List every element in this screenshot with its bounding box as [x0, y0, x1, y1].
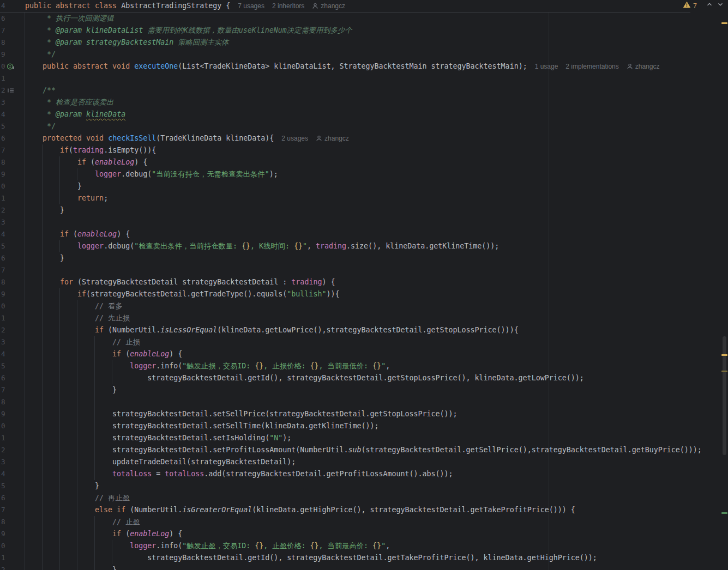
line-number[interactable]: 9 — [1, 528, 8, 540]
error-stripe-mark[interactable] — [721, 512, 727, 514]
code-text[interactable]: if (NumberUtil.isLessOrEqual(klineData.g… — [25, 324, 519, 336]
code-line[interactable]: 8 for (StrategyBacktestDetail strategyBa… — [0, 276, 728, 288]
line-number[interactable]: 4 — [1, 0, 8, 12]
warning-triangle-icon[interactable] — [683, 0, 691, 12]
code-line[interactable]: 6 * 执行一次回测逻辑 — [0, 13, 728, 25]
code-text[interactable]: /** — [25, 84, 56, 96]
code-text[interactable]: if (enableLog) { — [25, 156, 147, 168]
line-number[interactable]: 7 — [1, 504, 8, 516]
usages-inlay-hint[interactable]: 2 usages — [281, 132, 308, 144]
code-line[interactable]: 1 — [0, 72, 728, 84]
line-number[interactable]: 8 — [1, 516, 8, 528]
code-line[interactable]: 5 logger.info("触发止损，交易ID: {}, 止损价格: {}, … — [0, 360, 728, 372]
usages-inlay-hint[interactable]: 7 usages — [238, 0, 264, 12]
code-text[interactable]: } — [25, 180, 82, 192]
author-inlay-hint[interactable]: zhangcz — [316, 132, 349, 144]
code-text[interactable]: * 执行一次回测逻辑 — [25, 13, 113, 25]
code-line[interactable]: 1 strategyBacktestDetail.setIsHolding("N… — [0, 432, 728, 444]
code-text[interactable]: if(strategyBacktestDetail.getTradeType()… — [25, 288, 339, 300]
code-text[interactable]: } — [25, 480, 99, 492]
line-number[interactable]: 3 — [1, 336, 8, 348]
line-number[interactable]: 8 — [1, 156, 8, 168]
code-text[interactable]: */ — [25, 48, 56, 60]
line-number[interactable]: 8 — [1, 37, 8, 48]
line-number[interactable]: 9 — [1, 168, 8, 180]
code-line[interactable]: 9 */ — [0, 48, 728, 60]
code-line[interactable]: 7 if(trading.isEmpty()){ — [0, 144, 728, 156]
line-number[interactable]: 9 — [1, 288, 8, 300]
error-stripe-mark[interactable] — [721, 22, 727, 24]
code-line[interactable]: 6 strategyBacktestDetail.getId(), strate… — [0, 372, 728, 384]
code-line[interactable]: 7 } — [0, 384, 728, 396]
line-number[interactable]: 7 — [1, 264, 8, 276]
line-number[interactable]: 0 — [1, 300, 8, 312]
code-text[interactable]: // 看多 — [25, 300, 123, 312]
line-number[interactable]: 4 — [1, 228, 8, 240]
code-line[interactable]: 3 — [0, 216, 728, 228]
line-number[interactable]: 2 — [1, 564, 8, 570]
code-line[interactable]: 0 public abstract void executeOne(List<T… — [0, 60, 728, 72]
code-text[interactable]: } — [25, 252, 64, 264]
code-line[interactable]: 3 // 止损 — [0, 336, 728, 348]
line-number[interactable]: 0 — [1, 420, 8, 432]
code-line[interactable]: 2 } — [0, 204, 728, 216]
code-text[interactable]: else if (NumberUtil.isGreaterOrEqual(kli… — [25, 504, 575, 516]
code-text[interactable]: // 止盈 — [25, 516, 140, 528]
line-number[interactable]: 6 — [1, 132, 8, 144]
code-line[interactable]: 6 // 再止盈 — [0, 492, 728, 504]
code-text[interactable]: // 再止盈 — [25, 492, 130, 504]
code-text[interactable]: updateTradeDetail(strategyBacktestDetail… — [25, 456, 296, 468]
code-text[interactable]: public abstract void executeOne(List<Tra… — [25, 60, 659, 72]
code-text[interactable]: for (StrategyBacktestDetail strategyBack… — [25, 276, 335, 288]
code-line[interactable]: 0 // 看多 — [0, 300, 728, 312]
code-line[interactable]: 4 if (enableLog) { — [0, 228, 728, 240]
line-number[interactable]: 5 — [1, 240, 8, 252]
code-line[interactable]: 9 logger.debug("当前没有持仓，无需检查卖出条件"); — [0, 168, 728, 180]
line-number[interactable]: 6 — [1, 252, 8, 264]
implemented-by-icon[interactable] — [7, 62, 15, 71]
line-number[interactable]: 4 — [1, 108, 8, 120]
error-stripe-mark[interactable] — [721, 354, 727, 356]
code-text[interactable]: if (enableLog) { — [25, 228, 130, 240]
line-number[interactable]: 5 — [1, 480, 8, 492]
code-text[interactable]: * 检查是否应该卖出 — [25, 96, 113, 108]
code-line[interactable]: 2 /** — [0, 84, 728, 96]
line-number[interactable]: 1 — [1, 432, 8, 444]
error-stripe[interactable] — [720, 0, 728, 570]
code-line[interactable]: 1 strategyBacktestDetail.getId(), strate… — [0, 552, 728, 564]
sticky-header[interactable]: 4 public abstract class AbstractTradingS… — [0, 0, 728, 12]
code-line[interactable]: 6 protected void checkIsSell(TradeKlineD… — [0, 132, 728, 144]
line-number[interactable]: 1 — [1, 552, 8, 564]
code-line[interactable]: 9 if(strategyBacktestDetail.getTradeType… — [0, 288, 728, 300]
code-text[interactable]: protected void checkIsSell(TradeKlineDat… — [25, 132, 349, 144]
code-text[interactable]: * @param klineData — [25, 108, 125, 120]
code-line[interactable]: 8 * @param strategyBacktestMain 策略回测主实体 — [0, 37, 728, 48]
code-line[interactable]: 8 // 止盈 — [0, 516, 728, 528]
previous-highlighted-error-button[interactable] — [706, 0, 713, 12]
code-text[interactable]: strategyBacktestDetail.setSellTime(kline… — [25, 420, 378, 432]
code-line[interactable]: 0 logger.info("触发止盈，交易ID: {}, 止盈价格: {}, … — [0, 540, 728, 552]
code-text[interactable]: if (enableLog) { — [25, 348, 182, 360]
code-line[interactable]: 4 * @param klineData — [0, 108, 728, 120]
code-text[interactable]: logger.debug("当前没有持仓，无需检查卖出条件"); — [25, 168, 278, 180]
line-number[interactable]: 3 — [1, 456, 8, 468]
code-text[interactable]: strategyBacktestDetail.getId(), strategy… — [25, 372, 584, 384]
code-line[interactable]: 0 } — [0, 180, 728, 192]
code-text[interactable]: logger.info("触发止损，交易ID: {}, 止损价格: {}, 当前… — [25, 360, 390, 372]
next-highlighted-error-button[interactable] — [717, 0, 724, 12]
code-line[interactable]: 2 strategyBacktestDetail.setProfitLossAm… — [0, 444, 728, 456]
usages-inlay-hint[interactable]: 2 inheritors — [272, 0, 304, 12]
line-number[interactable]: 5 — [1, 360, 8, 372]
error-stripe-mark[interactable] — [721, 371, 727, 372]
code-text[interactable]: return; — [25, 192, 108, 204]
code-line[interactable]: 0 strategyBacktestDetail.setSellTime(kli… — [0, 420, 728, 432]
line-number[interactable]: 2 — [1, 324, 8, 336]
line-number[interactable]: 6 — [1, 13, 8, 25]
line-number[interactable]: 7 — [1, 384, 8, 396]
code-line[interactable]: 5 */ — [0, 120, 728, 132]
line-number[interactable]: 9 — [1, 48, 8, 60]
render-doc-comment-icon[interactable] — [7, 86, 15, 95]
line-number[interactable]: 0 — [1, 540, 8, 552]
code-text[interactable]: } — [25, 564, 117, 570]
inspections-widget[interactable]: 7 — [681, 0, 726, 12]
